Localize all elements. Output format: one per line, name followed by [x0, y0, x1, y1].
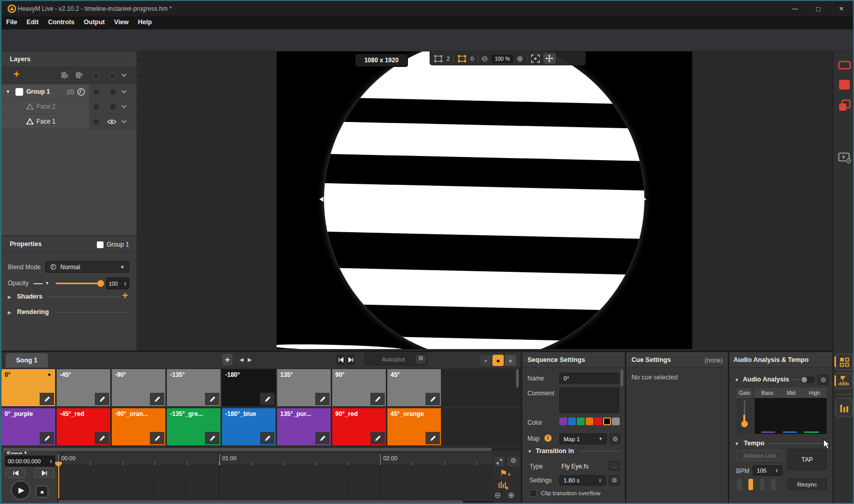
- edit-sequence-pencil-button[interactable]: [205, 393, 219, 405]
- face2-mute-checkbox[interactable]: [93, 104, 99, 110]
- sequences-view-button[interactable]: [835, 354, 853, 370]
- transition-gear-button[interactable]: ⚙: [609, 475, 620, 485]
- sequence-name-input[interactable]: 0°: [559, 373, 619, 384]
- output-mode-toggle-active[interactable]: ●: [492, 355, 504, 366]
- tempo-label[interactable]: Tempo: [744, 440, 764, 447]
- face1-visibility-eye-icon[interactable]: [107, 119, 116, 125]
- corner-points-icon[interactable]: [434, 55, 443, 63]
- sequence-tile[interactable]: -180°_blue: [222, 408, 276, 445]
- song-tab[interactable]: Song 1: [6, 353, 48, 368]
- audio-analysis-expander-icon[interactable]: ▼: [735, 377, 739, 383]
- comment-textarea[interactable]: [559, 388, 619, 413]
- move-layer-up-icon[interactable]: [74, 71, 84, 80]
- skip-to-end-button[interactable]: [346, 354, 355, 366]
- color-swatch[interactable]: [577, 418, 585, 425]
- edit-sequence-pencil-button[interactable]: [260, 393, 275, 405]
- transition-in-label[interactable]: Transition in: [536, 447, 574, 455]
- zoom-out-icon[interactable]: ⊖: [482, 55, 488, 62]
- edit-sequence-pencil-button[interactable]: [95, 393, 109, 405]
- add-layer-button[interactable]: +: [13, 68, 20, 80]
- stop-button[interactable]: ■: [36, 485, 48, 498]
- add-cue-flag-button[interactable]: ⚑+: [500, 468, 511, 479]
- preview-mode-toggle[interactable]: ●: [480, 355, 491, 366]
- layer-row-group[interactable]: ▼ Group 1 (2): [2, 84, 136, 99]
- projection-canvas[interactable]: [277, 51, 692, 349]
- menu-item-edit[interactable]: Edit: [22, 16, 44, 28]
- color-swatch[interactable]: [594, 418, 602, 425]
- layer-row-face1[interactable]: Face 1: [2, 114, 136, 129]
- group-expander-icon[interactable]: ▼: [6, 89, 10, 94]
- fit-view-icon[interactable]: [531, 55, 540, 63]
- zoom-in-icon[interactable]: ⊕: [517, 55, 523, 62]
- timeline-settings-gear-button[interactable]: ⚙: [507, 457, 519, 466]
- sequence-tile[interactable]: -90°_oran...: [112, 408, 165, 445]
- canvas-zoom-value[interactable]: 100 %: [491, 55, 513, 63]
- menu-item-output[interactable]: Output: [79, 16, 110, 28]
- menu-item-controls[interactable]: Controls: [43, 16, 79, 28]
- play-button[interactable]: ▶: [11, 480, 30, 500]
- playhead-line[interactable]: [58, 465, 59, 498]
- output-screen-icon[interactable]: [838, 61, 851, 69]
- sequence-tile[interactable]: -90°: [112, 369, 165, 406]
- color-swatch[interactable]: [559, 418, 567, 425]
- edit-sequence-pencil-button[interactable]: [205, 432, 219, 444]
- sequence-tile[interactable]: 0°_purple: [2, 408, 55, 445]
- sequence-tile[interactable]: 135°: [277, 369, 331, 406]
- tempo-expander-icon[interactable]: ▼: [735, 441, 739, 446]
- sequence-tile[interactable]: 90°_red: [332, 408, 386, 445]
- duplicate-output-icon[interactable]: [839, 99, 851, 112]
- audio-analysis-gear-button[interactable]: ⚙: [818, 375, 829, 385]
- edit-sequence-pencil-button[interactable]: [315, 393, 330, 405]
- audio-analysis-label[interactable]: Audio Analysis: [743, 376, 789, 383]
- opacity-curve-arrow[interactable]: ▼: [45, 281, 49, 286]
- sequence-tile[interactable]: -180°: [222, 369, 276, 406]
- clip-overflow-checkbox[interactable]: [530, 490, 537, 497]
- layer-row-face2[interactable]: Face 2: [2, 99, 136, 114]
- add-song-button[interactable]: +: [221, 353, 233, 366]
- map-gear-button[interactable]: ⚙: [610, 433, 621, 444]
- sequence-tile[interactable]: 135°_pur...: [277, 408, 331, 445]
- shaders-section-label[interactable]: Shaders: [17, 293, 42, 300]
- opacity-curve-icon[interactable]: [33, 283, 43, 284]
- autopilot-gear-button[interactable]: ⚙: [416, 355, 426, 364]
- color-swatch[interactable]: [603, 418, 611, 425]
- sequence-tile[interactable]: 45°_orange: [387, 408, 441, 445]
- color-swatch[interactable]: [568, 418, 576, 425]
- edit-sequence-pencil-button[interactable]: [95, 432, 109, 444]
- color-swatch[interactable]: [586, 418, 593, 425]
- ableton-link-button[interactable]: Ableton Link: [736, 450, 783, 461]
- sequence-tile[interactable]: 90°: [332, 369, 386, 406]
- audio-view-button[interactable]: [835, 398, 853, 416]
- maximize-button[interactable]: □: [807, 1, 830, 16]
- edit-sequence-pencil-button[interactable]: [425, 432, 440, 444]
- pan-tool-button[interactable]: [543, 53, 556, 64]
- prev-song-arrow[interactable]: ◀: [240, 357, 244, 362]
- timeline-zoom-in-icon[interactable]: ⊕: [508, 491, 515, 500]
- face2-solo-checkbox[interactable]: [110, 104, 116, 110]
- edit-sequence-pencil-button[interactable]: [40, 393, 54, 405]
- group-solo-checkbox[interactable]: [110, 89, 116, 95]
- skip-to-start-button[interactable]: [336, 354, 345, 366]
- sequence-tile[interactable]: 45°: [387, 369, 441, 406]
- bpm-spinbox[interactable]: 105 ▲▼: [753, 465, 782, 476]
- timeline-view-button[interactable]: [835, 373, 853, 389]
- transition-duration-spinbox[interactable]: 1.80 s ▲▼: [559, 475, 606, 485]
- sequence-tile[interactable]: -45°_red: [57, 408, 110, 445]
- audio-analysis-toggle[interactable]: [801, 376, 815, 383]
- menu-item-view[interactable]: View: [110, 16, 133, 28]
- timeline-tracks[interactable]: [57, 465, 493, 498]
- layers-solo-all-checkbox[interactable]: [110, 73, 116, 79]
- edit-sequence-pencil-button[interactable]: [425, 393, 440, 405]
- close-button[interactable]: ✕: [830, 1, 853, 16]
- group-mute-checkbox[interactable]: [93, 89, 99, 95]
- transition-in-expander-icon[interactable]: ▼: [527, 449, 532, 454]
- timeline-expand-button[interactable]: [494, 457, 504, 466]
- go-to-start-button[interactable]: [6, 468, 25, 478]
- rendering-expander-icon[interactable]: ▶: [8, 310, 11, 315]
- edit-sequence-pencil-button[interactable]: [150, 432, 164, 444]
- opacity-slider[interactable]: [56, 283, 101, 284]
- timeline-ruler[interactable]: 00:0001:0002:00: [57, 454, 493, 465]
- layers-collapse-all-chevron[interactable]: [122, 72, 127, 77]
- edit-mode-toggle[interactable]: ●: [505, 355, 516, 366]
- opacity-spinner-arrows[interactable]: ▲▼: [124, 282, 127, 286]
